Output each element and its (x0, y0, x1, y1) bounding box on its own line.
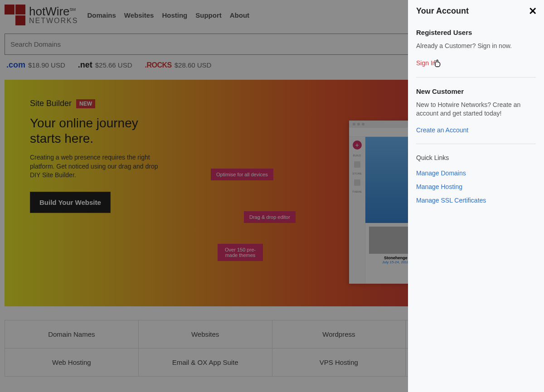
manage-hosting-link[interactable]: Manage Hosting (416, 183, 536, 190)
quick-links-heading: Quick Links (416, 154, 536, 161)
new-customer-heading: New Customer (416, 87, 536, 95)
manage-ssl-link[interactable]: Manage SSL Certificates (416, 197, 536, 204)
new-customer-desc: New to Hotwire Networks? Create an accou… (416, 101, 536, 118)
manage-domains-link[interactable]: Manage Domains (416, 169, 536, 177)
pointer-cursor-icon (433, 58, 443, 68)
create-account-link[interactable]: Create an Account (416, 126, 536, 134)
close-icon[interactable]: ✕ (529, 5, 537, 17)
registered-users-desc: Already a Customer? Sign in now. (416, 42, 536, 51)
registered-users-heading: Registered Users (416, 29, 536, 36)
drawer-title: Your Account (416, 6, 536, 16)
account-drawer: ✕ Your Account Registered Users Already … (408, 0, 544, 392)
